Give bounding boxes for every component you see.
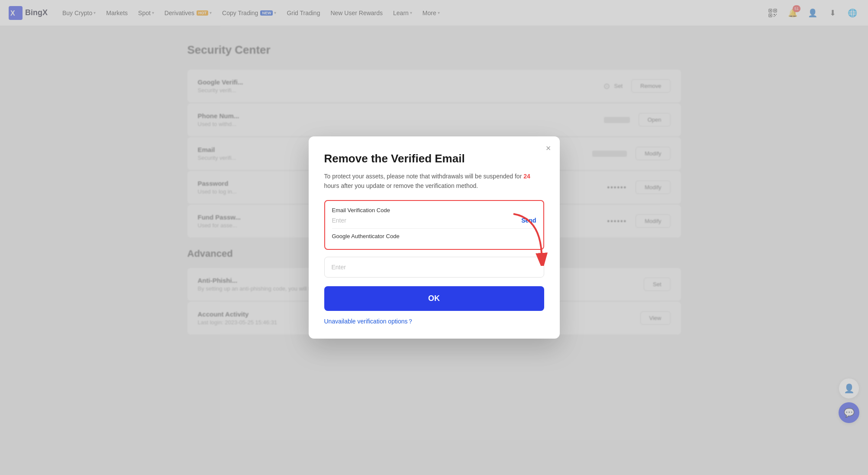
google-auth-group <box>324 257 544 278</box>
unavailable-verification-link[interactable]: Unavailable verification options？ <box>324 318 544 326</box>
ok-button[interactable]: OK <box>324 286 544 311</box>
modal-description: To protect your assets, please note that… <box>324 171 544 191</box>
page-background: Security Center Google Verifi... Securit… <box>0 26 868 475</box>
email-code-label: Email Verification Code <box>332 207 536 213</box>
send-code-button[interactable]: Send <box>521 217 536 224</box>
google-code-label: Google Authenticator Code <box>332 233 536 239</box>
modal-title: Remove the Verified Email <box>324 152 544 165</box>
google-auth-input[interactable] <box>332 264 537 271</box>
modal-close-button[interactable]: × <box>546 143 551 153</box>
email-verification-group: Email Verification Code Send Google Auth… <box>324 200 544 250</box>
modal-overlay: × Remove the Verified Email To protect y… <box>0 0 868 475</box>
field-divider <box>332 228 536 229</box>
email-verification-input[interactable] <box>332 217 517 224</box>
remove-email-modal: × Remove the Verified Email To protect y… <box>309 136 560 339</box>
